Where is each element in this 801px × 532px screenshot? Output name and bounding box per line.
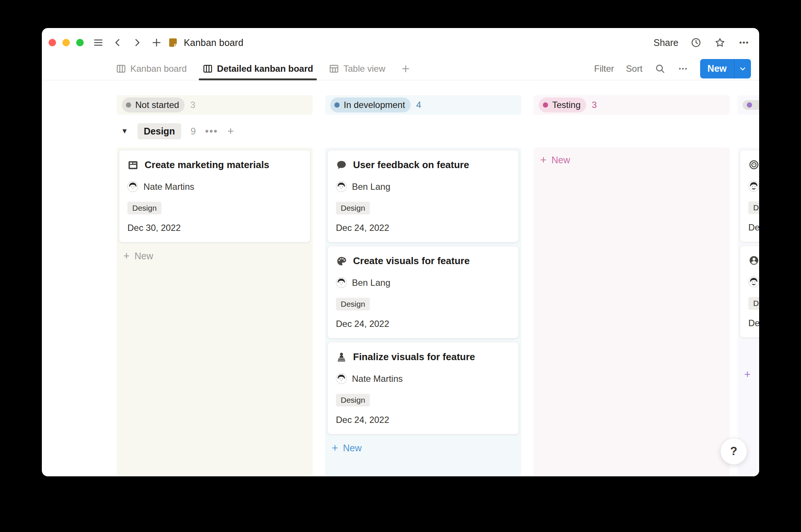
- avatar: [336, 373, 347, 384]
- stamp-icon: [336, 352, 347, 363]
- minimize-window-button[interactable]: [62, 39, 70, 46]
- new-card-button[interactable]: +: [740, 364, 759, 385]
- status-pill[interactable]: [743, 100, 759, 110]
- view-tab-bar: Kanban board Detailed kanban board Table…: [42, 57, 759, 80]
- chevron-down-icon[interactable]: [734, 59, 751, 78]
- clock-icon[interactable]: [690, 36, 702, 49]
- card-date: Dec 30, 2022: [127, 223, 302, 233]
- column-header-not-started: Not started 3: [117, 95, 313, 115]
- view-toolbar: Filter Sort New: [594, 57, 759, 80]
- tab-detailed-kanban-board[interactable]: Detailed kanban board: [202, 57, 314, 80]
- back-button[interactable]: [111, 36, 124, 49]
- status-pill[interactable]: In development: [330, 98, 411, 112]
- tab-label: Detailed kanban board: [217, 64, 313, 74]
- tag-pill: Design: [336, 298, 370, 310]
- new-card-label: New: [343, 443, 362, 454]
- share-button[interactable]: Share: [653, 37, 678, 48]
- card-create-marketing-materials[interactable]: Create marketing materials Nate Martins …: [119, 150, 310, 242]
- column-bodies: Create marketing materials Nate Martins …: [42, 148, 759, 476]
- new-card-label: New: [551, 155, 570, 166]
- avatar: [336, 181, 347, 192]
- column-header-testing: Testing 3: [534, 95, 730, 115]
- status-pill[interactable]: Not started: [122, 98, 185, 112]
- app-window: Kanban board Share Kanban board: [42, 28, 759, 476]
- card-clipped[interactable]: Design Dec: [740, 150, 759, 242]
- help-button-label: ?: [730, 445, 737, 458]
- group-more-icon[interactable]: •••: [205, 126, 218, 137]
- column-count: 3: [190, 100, 195, 110]
- page-title: Kanban board: [184, 37, 243, 48]
- tag-pill: Design: [336, 202, 370, 214]
- plus-icon: +: [123, 251, 130, 262]
- tab-table-view[interactable]: Table view: [328, 57, 386, 80]
- column-name: Testing: [552, 100, 581, 110]
- status-pill[interactable]: Testing: [539, 98, 586, 112]
- zoom-window-button[interactable]: [76, 39, 84, 46]
- card-create-visuals-for-feature[interactable]: Create visuals for feature Ben Lang Desi…: [327, 246, 519, 338]
- tab-label: Table view: [343, 64, 385, 74]
- tag-pill: Design: [127, 202, 161, 214]
- avatar: [748, 181, 759, 192]
- portrait-icon: [748, 255, 759, 266]
- group-collapse-toggle[interactable]: ▼: [121, 127, 128, 135]
- tag-pill: Design: [748, 201, 759, 214]
- column-clipped: Design Dec: [737, 148, 759, 476]
- search-icon[interactable]: [655, 63, 666, 74]
- new-button-label[interactable]: New: [700, 59, 734, 78]
- board-view-icon: [116, 64, 126, 74]
- card-date: Dec 24, 2022: [336, 415, 510, 425]
- card-clipped[interactable]: Design Dec: [740, 245, 759, 338]
- add-view-button[interactable]: [400, 57, 411, 80]
- card-date: Dec: [748, 318, 759, 328]
- kanban-board: Not started 3 In development 4 Testing 3: [42, 80, 759, 476]
- new-card-button[interactable]: + New: [119, 246, 310, 266]
- plus-icon: +: [332, 443, 338, 454]
- group-count: 9: [191, 126, 196, 137]
- column-not-started: Create marketing materials Nate Martins …: [117, 148, 313, 476]
- more-options-icon[interactable]: [737, 36, 750, 49]
- frame-icon: [127, 160, 139, 171]
- card-date: Dec 24, 2022: [336, 223, 510, 233]
- spiral-icon: [748, 159, 759, 170]
- sort-button[interactable]: Sort: [626, 64, 643, 74]
- card-date: Dec 24, 2022: [336, 319, 510, 329]
- status-dot-icon: [747, 102, 752, 108]
- column-header-in-development: In development 4: [325, 95, 521, 115]
- table-view-icon: [329, 64, 339, 74]
- assignee-name: Nate Martins: [143, 182, 194, 192]
- card-title: User feedback on feature: [353, 159, 469, 171]
- new-card-button[interactable]: + New: [327, 438, 519, 458]
- filter-button[interactable]: Filter: [594, 64, 614, 74]
- tab-kanban-board[interactable]: Kanban board: [115, 57, 188, 80]
- avatar: [127, 181, 138, 192]
- speech-bubble-icon: [336, 160, 347, 171]
- card-user-feedback-on-feature[interactable]: User feedback on feature Ben Lang Design…: [327, 150, 519, 242]
- group-row-design: ▼ Design 9 ••• +: [42, 115, 759, 148]
- column-in-development: User feedback on feature Ben Lang Design…: [325, 148, 521, 476]
- page-icon: [167, 36, 179, 49]
- help-button[interactable]: ?: [720, 438, 747, 465]
- card-finalize-visuals-for-feature[interactable]: Finalize visuals for feature Nate Martin…: [327, 342, 519, 434]
- tag-pill: Design: [748, 297, 759, 310]
- close-window-button[interactable]: [49, 39, 56, 46]
- star-icon[interactable]: [714, 36, 726, 49]
- new-page-button[interactable]: [150, 36, 163, 49]
- plus-icon: +: [744, 369, 751, 380]
- column-name: In development: [344, 100, 405, 110]
- hamburger-icon[interactable]: [92, 36, 105, 49]
- tag-pill: Design: [336, 394, 370, 406]
- forward-button[interactable]: [131, 36, 143, 49]
- column-count: 3: [592, 100, 597, 110]
- card-date: Dec: [748, 222, 759, 233]
- new-button[interactable]: New: [700, 59, 751, 78]
- new-card-button[interactable]: + New: [536, 150, 727, 170]
- avatar: [336, 277, 347, 288]
- view-options-icon[interactable]: [678, 64, 688, 74]
- column-count: 4: [416, 100, 421, 110]
- column-header-clipped: [737, 95, 759, 115]
- new-card-label: New: [134, 251, 153, 262]
- group-name-pill[interactable]: Design: [137, 123, 181, 139]
- column-name: Not started: [135, 100, 179, 110]
- board-view-icon: [202, 64, 213, 74]
- group-add-icon[interactable]: +: [227, 125, 234, 137]
